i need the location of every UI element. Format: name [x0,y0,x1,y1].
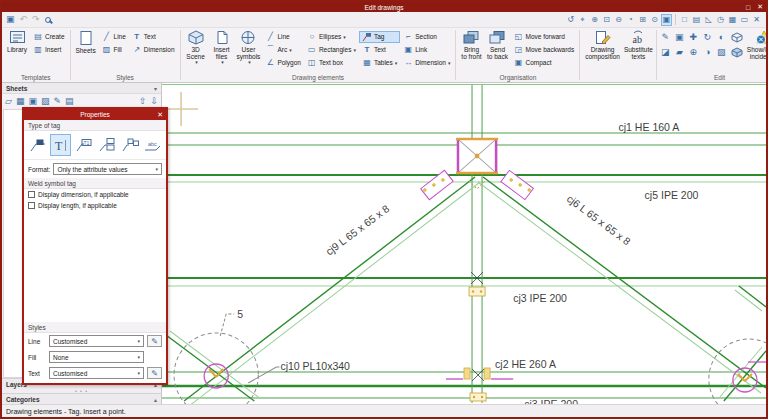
line-button[interactable]: ╱ Line [262,31,304,43]
tag-type-along-line-button[interactable]: abc [142,134,163,156]
arc-button[interactable]: ⌒ Arc ▾ [262,44,304,56]
close-view-icon[interactable]: ✕ [751,14,762,26]
label-cj10: cj10 PL10x340 [280,360,350,372]
note-icon[interactable]: ▭ [739,14,750,26]
tag-type-symbol-button[interactable] [27,134,48,156]
edit-line-style-button[interactable]: ✎ [147,335,162,347]
cube-outline-icon[interactable] [731,31,744,44]
format-select[interactable]: Only the attribute values ▾ [53,163,162,175]
move-up-icon[interactable]: ⇧ [139,97,147,106]
cube-solid-icon[interactable] [731,46,744,59]
tag-type-frame-button[interactable]: T1 [73,134,94,156]
move-forward-button[interactable]: ◱ Move forward [510,31,577,43]
display-dimension-checkbox[interactable] [28,191,35,198]
edit-sheet-icon[interactable]: ✎ [53,97,61,106]
orbit-icon[interactable]: ⊙ [649,14,660,26]
properties-dialog-titlebar[interactable]: Properties ✕ [24,109,166,120]
text-style-row: Text Customised ▾ ✎ [24,365,166,383]
show-hide-incidents-button[interactable]: Show/Hide incidents [745,29,768,61]
link-button[interactable]: ▣ Link [400,44,453,56]
fill-style-select[interactable]: None ▾ [49,351,144,363]
eraser-icon[interactable]: ◪ [659,46,672,59]
search-icon[interactable] [45,17,51,23]
zoom-previous-icon[interactable]: ◔ [625,14,636,26]
clock-icon[interactable]: ◷ [715,14,726,26]
measure-icon[interactable]: ◺ [703,14,714,26]
offset-icon[interactable]: ⊕ [687,46,700,59]
tag-button[interactable]: Tag [359,31,400,43]
maximize-button[interactable]: □ [746,4,750,11]
line-style-button[interactable]: ╱ Line [99,31,129,43]
text-icon: T [362,46,372,54]
dimension-button[interactable]: ↔ Dimension ▾ [400,57,453,69]
tag-type-multiple-button[interactable] [119,134,140,156]
insert-files-button[interactable]: Insert files ▾ [209,29,235,67]
move-backwards-button[interactable]: ◲ Move backwards [510,44,577,56]
polygon-button[interactable]: ∠ Polygon [262,57,304,69]
rotate-icon[interactable]: ↻ [701,31,714,44]
viewport-icon[interactable]: □ [679,14,690,26]
add-sheet-icon[interactable]: ▦ [16,97,25,106]
ellipses-button[interactable]: ○ Ellipses ▾ [304,31,359,43]
chevron-down-icon: ▾ [137,338,140,344]
copy-sheet-icon[interactable]: ▣ [28,97,37,106]
section-button[interactable]: ⌐ Section [400,31,453,43]
modify-pencil-icon[interactable]: ✎ [659,31,672,44]
zoom-window-icon[interactable]: ⊡ [601,14,612,26]
text-style-select[interactable]: Customised ▾ [49,367,144,379]
text-box-button[interactable]: ◫ Text box [304,57,359,69]
edit-text-style-button[interactable]: ✎ [147,367,162,379]
send-to-back-button[interactable]: Send to back [484,29,510,61]
duplicate-icon[interactable]: ▣ [673,31,686,44]
mirror-icon[interactable]: ◐ [715,31,728,44]
dimension-style-button[interactable]: ↗ Dimension [129,44,178,56]
invert-icon[interactable]: ◑ [701,46,714,59]
select-mode-icon[interactable]: ▣ [661,14,672,26]
zoom-out-icon[interactable]: ⊖ [613,14,624,26]
line-style-row: Line Customised ▾ ✎ [24,333,166,349]
grid-icon[interactable]: ▦ [727,14,738,26]
delete-sheet-icon[interactable]: ▨ [41,97,50,106]
sheets-panel-header[interactable]: Sheets ▾ [2,83,161,94]
dialog-close-icon[interactable]: ✕ [157,109,163,120]
substitute-texts-button[interactable]: ab Substitute texts [623,29,654,61]
drawing-canvas[interactable]: cj1 HE 160 A cj5 IPE 200 cj3 IPE 200 cj2… [162,83,766,404]
undo-icon[interactable]: ↶ [20,15,28,24]
tag-type-stacked-button[interactable] [96,134,117,156]
create-icon: ▤ [33,33,43,41]
user-symbols-button[interactable]: User symbols ▾ [235,29,263,67]
image-icon[interactable]: ▤ [691,14,702,26]
bring-to-front-button[interactable]: Bring to front [458,29,484,61]
tables-button[interactable]: ▦ Tables ▾ [359,57,400,69]
move-icon[interactable]: ✚ [687,31,700,44]
pan-icon[interactable]: ⊞ [637,14,648,26]
close-button[interactable]: ✕ [757,3,763,11]
tag-type-text-button[interactable]: T [50,134,71,156]
sheets-style-button[interactable]: Sheets [73,29,99,55]
library-button[interactable]: Library [4,29,30,54]
shape-edit-icon[interactable]: ▰ [673,46,686,59]
move-down-icon[interactable]: ⇩ [150,97,158,106]
zoom-in-icon[interactable]: ⊕ [589,14,600,26]
new-sheet-icon[interactable]: ▱ [5,97,12,106]
display-length-checkbox[interactable] [28,202,35,209]
text-button[interactable]: T Text [359,44,400,56]
compact-button[interactable]: ▣ Compact [510,57,577,69]
categories-panel-header[interactable]: Categories ▴ [2,393,161,404]
3d-scene-button[interactable]: 3D Scene ▾ [183,29,209,67]
redo-icon[interactable]: ↷ [32,15,40,24]
save-icon[interactable]: ▣ [6,15,15,24]
rectangles-button[interactable]: ▭ Rectangles ▾ [304,44,359,56]
text-style-button[interactable]: T Text [129,31,178,43]
top-node-connection [456,138,498,189]
format-painter-icon[interactable]: ▨ [715,46,728,59]
insert-button[interactable]: ▥ Insert [30,44,68,56]
fill-style-button[interactable]: ▨ Fill [99,44,129,56]
print-sheet-icon[interactable]: ▤ [65,97,74,106]
line-style-select[interactable]: Customised ▾ [49,335,144,347]
drawing-composition-button[interactable]: Drawing composition [582,29,623,61]
zoom-extents-icon[interactable]: ⌖ [577,14,588,26]
dialog-empty-area [24,211,166,322]
create-button[interactable]: ▤ Create [30,31,68,43]
zoom-dynamic-icon[interactable]: ↺ [565,14,576,26]
